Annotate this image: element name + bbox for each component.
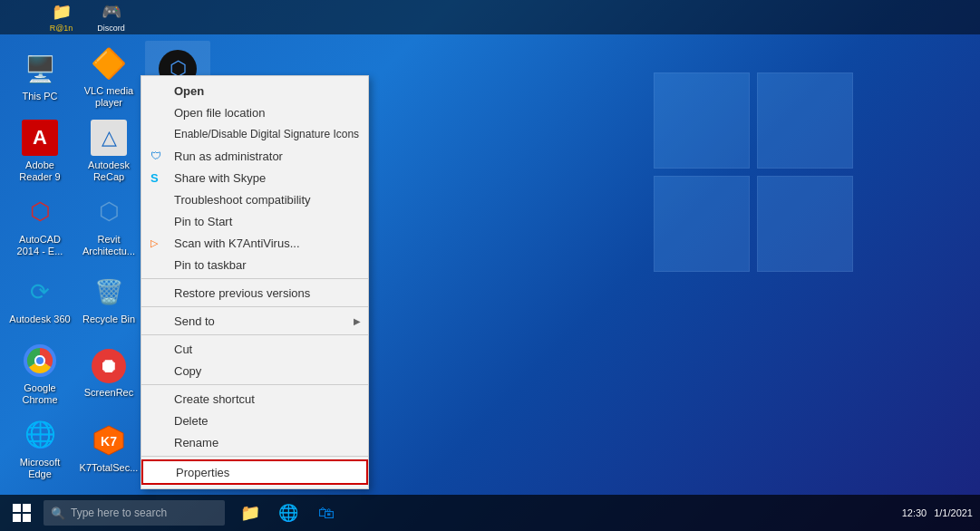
autodesk-recap-label: Autodesk ReCap (77, 159, 141, 183)
menu-item-copy[interactable]: Copy (141, 360, 368, 381)
properties-label: Properties (176, 466, 229, 479)
open-label: Open (174, 84, 204, 98)
autodesk-recap-icon: △ (91, 120, 127, 156)
recycle-bin-label: Recycle Bin (82, 314, 135, 325)
taskbar-file-explorer[interactable]: 📁 (232, 495, 268, 531)
icon-vlc[interactable]: 🔶 VLC media player (76, 41, 141, 113)
top-taskbar: 📁 R@1n 🎮 Discord (0, 0, 980, 34)
edge-icon: 🌐 (22, 417, 58, 453)
menu-item-pin-taskbar[interactable]: Pin to taskbar (141, 254, 368, 275)
icon-edge[interactable]: 🌐 Microsoft Edge (7, 412, 73, 485)
separator-1 (141, 278, 368, 279)
k7-label: K7TotalSec... (80, 462, 139, 474)
k7-icon: K7 (91, 422, 127, 459)
discord-icon: 🎮 (102, 2, 121, 22)
taskbar: 🔍 Type here to search 📁 🌐 🛍 12:30 1/1/20… (0, 495, 980, 531)
k7-small-icon: ▷ (150, 237, 158, 249)
icon-autocad[interactable]: ⬡ AutoCAD 2014 - E... (7, 189, 73, 262)
taskbar-edge[interactable]: 🌐 (270, 495, 306, 531)
enable-disable-label: Enable/Disable Digital Signature Icons (174, 128, 359, 140)
autocad-icon: ⬡ (22, 194, 58, 230)
separator-3 (141, 334, 368, 335)
autocad-label: AutoCAD 2014 - E... (8, 234, 72, 257)
revit-label: Revit Architectu... (77, 234, 141, 257)
separator-5 (141, 456, 368, 457)
menu-item-enable-disable[interactable]: Enable/Disable Digital Signature Icons (141, 123, 368, 145)
context-menu: Open Open file location Enable/Disable D… (141, 75, 369, 489)
rename-label: Rename (174, 436, 218, 449)
svg-point-4 (36, 357, 44, 364)
menu-item-share-skype[interactable]: S Share with Skype (141, 167, 368, 188)
revit-icon: ⬡ (91, 194, 127, 230)
separator-4 (141, 384, 368, 385)
search-icon: 🔍 (51, 507, 65, 520)
taskbar-search-box[interactable]: 🔍 Type here to search (44, 500, 225, 526)
icon-this-pc[interactable]: 🖥️ This PC (7, 41, 73, 113)
troubleshoot-label: Troubleshoot compatibility (174, 193, 311, 207)
this-pc-label: This PC (22, 91, 57, 102)
chrome-label: Google Chrome (8, 382, 72, 406)
taskbar-time: 12:30 (902, 507, 927, 518)
svg-rect-7 (13, 504, 21, 512)
adobe-label: Adobe Reader 9 (8, 159, 72, 183)
icon-adobe[interactable]: A Adobe Reader 9 (7, 115, 73, 188)
icon-revit[interactable]: ⬡ Revit Architectu... (76, 189, 141, 262)
taskbar-pinned-apps: 📁 🌐 🛍 (232, 495, 344, 531)
desktop: 📁 R@1n 🎮 Discord 🖥️ This PC 🔶 VLC media … (0, 0, 980, 531)
pin-to-start-label: Pin to Start (174, 215, 232, 228)
icon-screenrec[interactable]: ⏺ ScreenRec (76, 338, 141, 410)
svg-rect-8 (23, 504, 31, 512)
run-as-admin-label: Run as administrator (174, 150, 283, 163)
menu-item-run-as-admin[interactable]: 🛡 Run as administrator (141, 145, 368, 167)
scan-k7-label: Scan with K7AntiVirus... (174, 237, 300, 250)
menu-item-properties[interactable]: Properties (141, 459, 368, 485)
vlc-icon: 🔶 (91, 45, 127, 82)
autodesk360-label: Autodesk 360 (9, 314, 70, 325)
menu-item-send-to[interactable]: Send to ▶ (141, 310, 368, 332)
taskbar-store[interactable]: 🛍 (308, 495, 344, 531)
top-app-folder[interactable]: 📁 R@1n (36, 0, 86, 34)
vlc-label: VLC media player (77, 85, 141, 109)
restore-previous-label: Restore previous versions (174, 286, 310, 300)
recycle-bin-icon: 🗑️ (91, 274, 127, 310)
autodesk360-icon: ⟳ (22, 274, 58, 310)
menu-item-delete[interactable]: Delete (141, 410, 368, 431)
screenrec-icon: ⏺ (92, 349, 126, 383)
start-button[interactable] (0, 495, 44, 531)
taskbar-system-area: 12:30 1/1/2021 (902, 507, 980, 518)
submenu-arrow-icon: ▶ (354, 316, 361, 326)
menu-item-open-file-location[interactable]: Open file location (141, 101, 368, 123)
menu-item-rename[interactable]: Rename (141, 431, 368, 453)
search-placeholder: Type here to search (71, 507, 167, 519)
top-app-discord[interactable]: 🎮 Discord (86, 0, 136, 34)
icon-chrome[interactable]: Google Chrome (7, 338, 73, 410)
screenrec-label: ScreenRec (84, 387, 133, 399)
windows-logo (654, 72, 853, 272)
menu-item-pin-start[interactable]: Pin to Start (141, 210, 368, 232)
folder-icon: 📁 (52, 2, 72, 22)
open-file-location-label: Open file location (174, 106, 265, 120)
svg-text:K7: K7 (101, 434, 117, 449)
menu-item-open[interactable]: Open (141, 80, 368, 101)
delete-label: Delete (174, 414, 209, 428)
icon-autodesk-recap[interactable]: △ Autodesk ReCap (76, 115, 141, 188)
svg-rect-9 (13, 514, 21, 522)
menu-item-scan-k7[interactable]: ▷ Scan with K7AntiVirus... (141, 232, 368, 254)
menu-item-cut[interactable]: Cut (141, 338, 368, 360)
top-apps-area: 📁 R@1n 🎮 Discord (36, 0, 136, 34)
r01n-label: R@1n (50, 24, 73, 33)
edge-label: Microsoft Edge (8, 457, 72, 480)
create-shortcut-label: Create shortcut (174, 392, 255, 406)
share-skype-label: Share with Skype (174, 171, 266, 185)
windows-start-icon (13, 504, 31, 522)
svg-rect-10 (23, 514, 31, 522)
icon-recycle-bin[interactable]: 🗑️ Recycle Bin (76, 264, 141, 336)
menu-item-create-shortcut[interactable]: Create shortcut (141, 388, 368, 410)
send-to-label: Send to (174, 314, 215, 328)
skype-icon: S (150, 171, 159, 185)
adobe-icon: A (22, 120, 58, 156)
icon-k7[interactable]: K7 K7TotalSec... (76, 412, 141, 485)
icon-autodesk360[interactable]: ⟳ Autodesk 360 (7, 264, 73, 336)
menu-item-restore-previous[interactable]: Restore previous versions (141, 282, 368, 304)
menu-item-troubleshoot[interactable]: Troubleshoot compatibility (141, 188, 368, 210)
